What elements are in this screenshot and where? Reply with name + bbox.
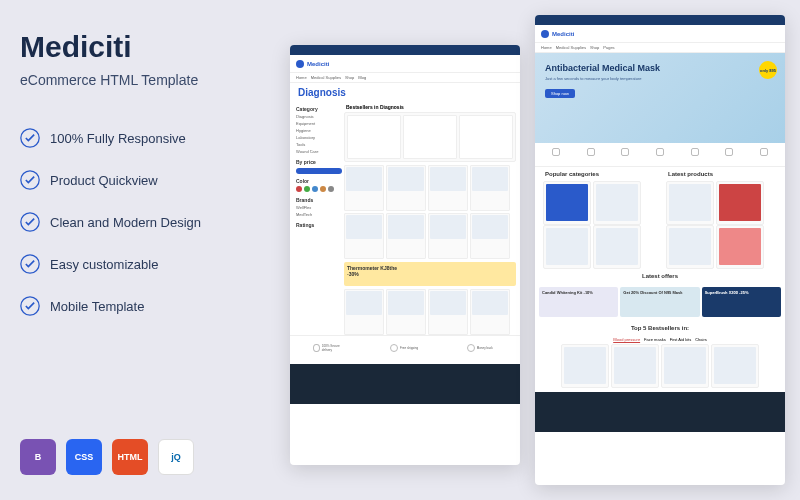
product-card[interactable]	[428, 289, 468, 335]
shop-now-button[interactable]: Shop now	[545, 89, 575, 98]
product-card[interactable]	[593, 225, 641, 269]
product-card[interactable]	[561, 344, 609, 388]
color-swatch[interactable]	[296, 186, 302, 192]
category-link[interactable]: Tools	[294, 141, 344, 148]
hero-banner: Antibacterial Medical Mask Just a few se…	[535, 53, 785, 143]
main-nav: Home Medical Supplies Shop Pages	[535, 43, 785, 53]
product-card[interactable]	[428, 165, 468, 211]
nav-item[interactable]: Home	[541, 45, 552, 50]
section-heading: Bestsellers in Diagnosis	[344, 102, 516, 112]
color-swatch[interactable]	[328, 186, 334, 192]
promo-left-panel: Mediciti eCommerce HTML Template 100% Fu…	[0, 0, 280, 500]
lock-icon	[313, 344, 319, 352]
logo-icon	[296, 60, 304, 68]
nav-item[interactable]: Medical Supplies	[311, 75, 341, 80]
tab-item[interactable]: Face masks	[644, 337, 666, 342]
logo-icon	[541, 30, 549, 38]
product-card[interactable]	[403, 115, 457, 159]
product-listing: Bestsellers in Diagnosis	[344, 102, 516, 335]
product-card[interactable]	[543, 225, 591, 269]
category-icon[interactable]	[618, 148, 632, 162]
latest-column: Latest products	[662, 167, 781, 269]
color-swatch[interactable]	[304, 186, 310, 192]
truck-icon	[390, 344, 398, 352]
nav-item[interactable]: Blog	[358, 75, 366, 80]
tab-item[interactable]: Blood pressure	[613, 337, 640, 342]
product-card[interactable]	[347, 115, 401, 159]
category-link[interactable]: Wound Care	[294, 148, 344, 155]
product-image	[430, 215, 466, 239]
bestseller-row	[535, 344, 785, 388]
product-card[interactable]	[666, 225, 714, 269]
category-icon[interactable]	[722, 148, 736, 162]
product-card[interactable]	[470, 289, 510, 335]
product-card[interactable]	[661, 344, 709, 388]
service-badge: Free shipping	[390, 340, 420, 356]
offer-card[interactable]: Candid Whitening Kit -10%	[539, 287, 618, 317]
brand-filter[interactable]: WellFlex	[294, 204, 344, 211]
brand-filter[interactable]: MedTech	[294, 211, 344, 218]
category-icons	[535, 143, 785, 167]
offers-row: Candid Whitening Kit -10% Get 20% Discou…	[535, 283, 785, 321]
product-image	[669, 228, 711, 265]
feature-item: Product Quickview	[20, 170, 260, 190]
product-card[interactable]	[543, 181, 591, 225]
product-card[interactable]	[470, 165, 510, 211]
product-row	[539, 181, 658, 225]
service-badge: Money back	[467, 340, 497, 356]
nav-item[interactable]: Pages	[603, 45, 614, 50]
header: Mediciti	[535, 25, 785, 43]
category-icon[interactable]	[584, 148, 598, 162]
product-image	[430, 291, 466, 315]
product-image	[346, 291, 382, 315]
check-icon	[20, 128, 40, 148]
price-slider[interactable]	[296, 168, 342, 174]
footer	[535, 392, 785, 432]
product-image	[596, 184, 638, 221]
product-card[interactable]	[611, 344, 659, 388]
two-column-section: Popular categories Latest products	[535, 167, 785, 269]
check-icon	[20, 212, 40, 232]
price-badge: only $95	[759, 61, 777, 79]
category-icon[interactable]	[757, 148, 771, 162]
nav-item[interactable]: Shop	[590, 45, 599, 50]
product-card[interactable]	[711, 344, 759, 388]
product-card[interactable]	[386, 165, 426, 211]
nav-item[interactable]: Medical Supplies	[556, 45, 586, 50]
product-card[interactable]	[593, 181, 641, 225]
product-card[interactable]	[344, 289, 384, 335]
category-icon[interactable]	[653, 148, 667, 162]
category-link[interactable]: Equipment	[294, 120, 344, 127]
category-icon[interactable]	[549, 148, 563, 162]
product-card[interactable]	[386, 289, 426, 335]
tab-item[interactable]: Chairs	[695, 337, 707, 342]
product-card[interactable]	[344, 213, 384, 259]
category-link[interactable]: Laboratory	[294, 134, 344, 141]
product-card[interactable]	[716, 225, 764, 269]
html-icon: HTML	[112, 439, 148, 475]
product-card[interactable]	[386, 213, 426, 259]
product-card[interactable]	[470, 213, 510, 259]
nav-item[interactable]: Shop	[345, 75, 354, 80]
category-link[interactable]: Diagnosis	[294, 113, 344, 120]
product-image	[719, 228, 761, 265]
product-card[interactable]	[716, 181, 764, 225]
feature-text: Easy customizable	[50, 257, 158, 272]
bootstrap-icon: B	[20, 439, 56, 475]
category-link[interactable]: Hygiene	[294, 127, 344, 134]
footer	[290, 364, 520, 404]
product-card[interactable]	[428, 213, 468, 259]
promo-banner[interactable]: Thermometer KJ8the -30%	[344, 262, 516, 286]
product-card[interactable]	[459, 115, 513, 159]
product-row	[539, 225, 658, 269]
feature-list: 100% Fully Responsive Product Quickview …	[20, 128, 260, 316]
tab-item[interactable]: First Aid kits	[670, 337, 692, 342]
offer-card[interactable]: SuperBrush X200 -25%	[702, 287, 781, 317]
product-card[interactable]	[344, 165, 384, 211]
color-swatch[interactable]	[312, 186, 318, 192]
offer-card[interactable]: Get 20% Discount Of N95 Mask	[620, 287, 699, 317]
category-icon[interactable]	[688, 148, 702, 162]
nav-item[interactable]: Home	[296, 75, 307, 80]
color-swatch[interactable]	[320, 186, 326, 192]
product-card[interactable]	[666, 181, 714, 225]
